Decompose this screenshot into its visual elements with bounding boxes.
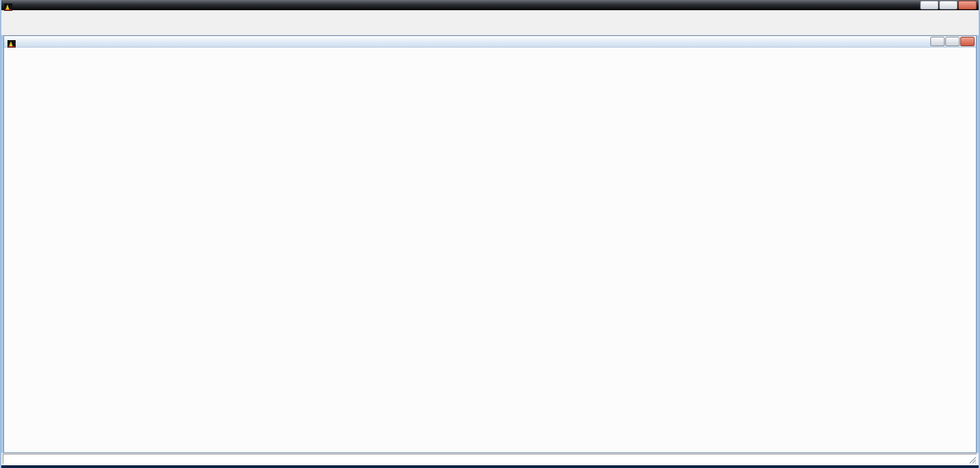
maximize-button[interactable] [939,1,958,10]
resize-grip[interactable] [968,455,977,464]
statusbar [1,453,979,465]
toolbar [1,20,979,35]
status-file-path [3,454,977,464]
child-restore-button[interactable] [945,37,960,46]
close-button[interactable] [958,1,977,10]
window-bottom-border [1,465,979,468]
reconstruction-icon [7,38,16,46]
reconstruction-titlebar[interactable] [4,36,976,48]
reconstruction-window [3,35,977,453]
chart-plot-area[interactable] [4,48,976,452]
chromatogram-window [0,0,980,468]
child-close-button[interactable] [960,37,975,46]
mdi-workspace [1,35,979,453]
app-icon [4,1,12,9]
child-minimize-button[interactable] [930,37,945,46]
menubar [1,10,979,20]
titlebar[interactable] [1,0,979,10]
minimize-button[interactable] [920,1,938,10]
